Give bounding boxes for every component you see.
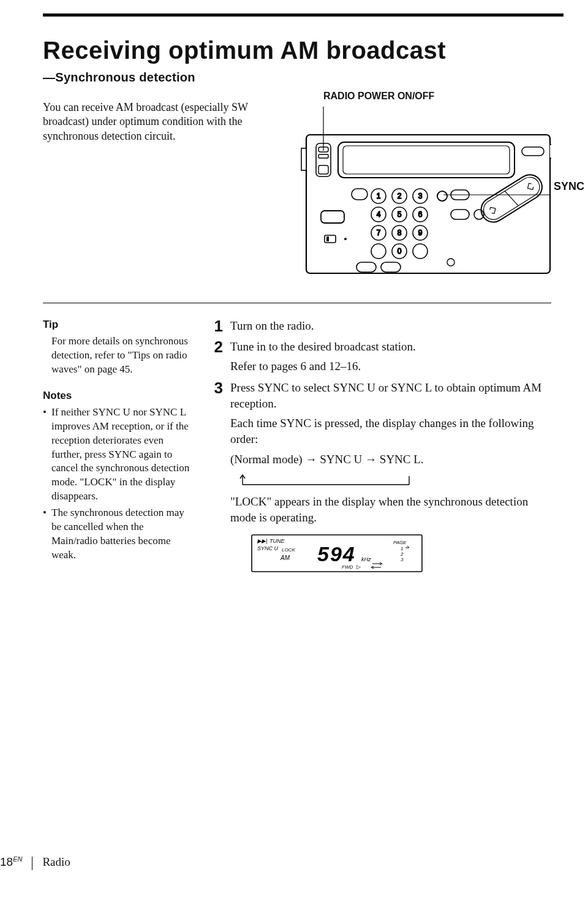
section-divider (43, 303, 551, 303)
note-item: The synchronous detection may be cancell… (51, 506, 192, 562)
key-8: 8 (398, 229, 402, 237)
svg-line-37 (505, 189, 518, 208)
svg-point-21 (413, 244, 428, 259)
power-label: RADIO POWER ON/OFF (323, 91, 434, 102)
lock-note: "LOCK" appears in the display when the s… (230, 494, 551, 526)
svg-point-31 (447, 259, 454, 266)
key-3: 3 (418, 192, 423, 200)
step-number: 1 (208, 318, 223, 338)
key-4: 4 (377, 210, 381, 219)
radio-diagram: RADIO POWER ON/OFF SYNC (270, 92, 551, 278)
radio-illustration: 1 2 3 4 5 6 7 8 9 0 (270, 92, 551, 276)
lcd-display: ▶▶| TUNE SYNC U LOCK AM 594 kHz PAGE 1 2… (251, 534, 423, 577)
svg-rect-23 (325, 235, 336, 243)
top-rule (43, 13, 564, 17)
mode-cycle-text: (Normal mode) → SYNC U → SYNC L. (230, 452, 551, 467)
svg-point-20 (371, 244, 386, 259)
key-6: 6 (418, 210, 423, 219)
note-item: If neither SYNC U nor SYNC L improves AM… (51, 406, 192, 504)
svg-rect-33 (381, 262, 401, 272)
svg-rect-28 (451, 210, 469, 219)
svg-text:3: 3 (401, 557, 404, 562)
svg-text:AM: AM (280, 554, 290, 561)
svg-rect-7 (338, 142, 514, 178)
svg-rect-6 (318, 165, 328, 174)
svg-text:SYNC U: SYNC U (257, 545, 279, 551)
step-1-text: Turn on the radio. (230, 318, 551, 334)
svg-point-34 (437, 191, 447, 201)
svg-rect-9 (522, 147, 544, 156)
svg-rect-8 (343, 146, 510, 174)
footer-separator (32, 857, 32, 870)
notes-heading: Notes (43, 389, 192, 403)
sync-label: SYNC (554, 180, 584, 193)
sidebar: Tip For more details on synchronous dete… (43, 318, 192, 583)
tip-body: For more details on synchronous detectio… (43, 335, 192, 377)
svg-rect-5 (318, 154, 328, 158)
key-5: 5 (398, 210, 402, 219)
svg-rect-2 (301, 148, 306, 170)
svg-point-25 (344, 238, 347, 240)
footer-section: Radio (42, 855, 70, 869)
svg-text:▷: ▷ (356, 564, 361, 570)
subtitle: —Synchronous detection (43, 70, 551, 85)
svg-rect-32 (356, 262, 376, 272)
svg-text:▶▶|: ▶▶| (257, 538, 267, 544)
key-2: 2 (398, 192, 402, 200)
svg-rect-24 (326, 237, 329, 241)
svg-rect-26 (352, 189, 368, 200)
step-2-ref: Refer to pages 6 and 12–16. (230, 358, 551, 374)
notes-list: If neither SYNC U nor SYNC L improves AM… (43, 406, 192, 562)
svg-text:LOCK: LOCK (282, 547, 295, 553)
svg-text:2: 2 (400, 551, 404, 557)
page-number: 18 (0, 855, 13, 868)
step-3-text: Press SYNC to select SYNC U or SYNC L to… (230, 380, 551, 412)
svg-text:kHz: kHz (361, 556, 371, 562)
svg-text:PAGE: PAGE (393, 540, 407, 545)
svg-text:1: 1 (401, 546, 403, 551)
page-footer: 18EN Radio (0, 855, 70, 869)
intro-paragraph: You can receive AM broadcast (especially… (43, 92, 257, 278)
cycle-arrow-icon (230, 471, 432, 490)
key-0: 0 (398, 247, 402, 255)
step-2-text: Tune in to the desired broadcast station… (230, 339, 551, 355)
step-number: 3 (208, 380, 223, 582)
svg-text:FWD: FWD (342, 564, 353, 570)
step-3-extra: Each time SYNC is pressed, the display c… (230, 415, 551, 447)
key-7: 7 (377, 229, 381, 237)
steps: 1 Turn on the radio. 2 Tune in to the de… (208, 318, 551, 583)
key-9: 9 (418, 229, 423, 237)
step-number: 2 (208, 339, 223, 378)
page-title: Receiving optimum AM broadcast (43, 37, 551, 64)
svg-text:594: 594 (317, 542, 356, 566)
page-lang: EN (13, 855, 22, 863)
svg-text:TUNE: TUNE (270, 538, 285, 544)
key-1: 1 (377, 192, 381, 200)
tip-heading: Tip (43, 318, 192, 332)
svg-rect-22 (321, 211, 344, 223)
